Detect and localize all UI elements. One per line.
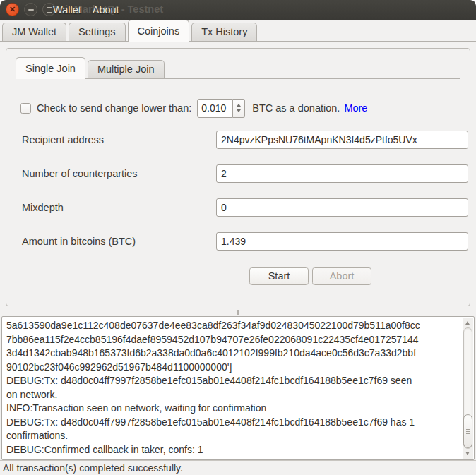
amount-input[interactable] [216,232,468,251]
coinjoins-page: Single Join Multiple Join Check to send … [0,42,476,460]
donation-amount-spinbox[interactable] [197,99,245,118]
coinjoin-groupbox: Single Join Multiple Join Check to send … [6,48,470,306]
start-button[interactable]: Start [249,267,309,285]
window-controls: ✕ [6,3,56,16]
recipient-address-label: Recipient address [22,134,104,145]
mixdepth-input[interactable] [216,198,468,217]
spin-up-icon[interactable] [237,104,241,107]
mixdepth-row: Mixdepth [22,198,451,217]
counterparties-label: Number of counterparties [22,168,138,179]
recipient-address-row: Recipient address [22,131,451,150]
donation-amount-input[interactable] [197,99,233,118]
tab-settings[interactable]: Settings [69,23,125,41]
recipient-address-input[interactable] [216,131,468,149]
donation-checkbox-label: Check to send change lower than: [37,102,191,114]
abort-button: Abort [312,267,371,285]
counterparties-input[interactable] [216,164,468,183]
tab-jm-wallet[interactable]: JM Wallet [2,23,66,41]
menu-about[interactable]: About [93,4,119,16]
splitter-handle[interactable] [0,308,476,316]
donation-checkbox[interactable] [20,103,31,114]
donation-suffix-label: BTC as a donation. [252,102,340,114]
spin-buttons[interactable] [233,99,245,118]
scrollbar-thumb[interactable] [463,414,472,448]
menu-wallet[interactable]: Wallet [53,4,81,16]
donation-row: Check to send change lower than: BTC as … [20,98,367,118]
join-tabbar: Single Join Multiple Join [16,56,460,79]
maximize-icon [47,7,52,13]
mixdepth-label: Mixdepth [22,202,64,213]
status-text: All transaction(s) completed successfull… [3,462,183,474]
scrollbar-down-icon[interactable] [465,452,470,455]
more-link[interactable]: More [344,102,367,114]
close-icon: ✕ [9,5,16,14]
minimize-icon [28,9,34,11]
status-bar: All transaction(s) completed successfull… [0,460,476,475]
close-button[interactable]: ✕ [6,3,19,16]
tab-tx-history[interactable]: Tx History [191,23,257,41]
main-tabbar: JM Wallet Settings Coinjoins Tx History [0,20,476,42]
amount-row: Amount in bitcoins (BTC) [22,232,451,251]
tab-single-join[interactable]: Single Join [16,57,85,79]
counterparties-row: Number of counterparties [22,164,451,184]
minimize-button[interactable] [24,3,37,16]
titlebar: ✕ JoinMarketQt - Testnet WalletAbout [0,0,476,20]
tab-coinjoins[interactable]: Coinjoins [128,20,190,42]
spin-down-icon[interactable] [237,109,241,112]
scrollbar-up-icon[interactable] [465,321,470,325]
log-scrollbar[interactable] [463,318,473,459]
log-output[interactable]: 5a613590da9e1c112c408de07637de4ee83ca8df… [1,316,475,460]
tab-multiple-join[interactable]: Multiple Join [88,60,165,78]
app-window: ✕ JoinMarketQt - Testnet WalletAbout JM … [0,0,476,475]
log-text: 5a613590da9e1c112c408de07637de4ee83ca8df… [2,318,461,459]
amount-label: Amount in bitcoins (BTC) [22,236,136,247]
